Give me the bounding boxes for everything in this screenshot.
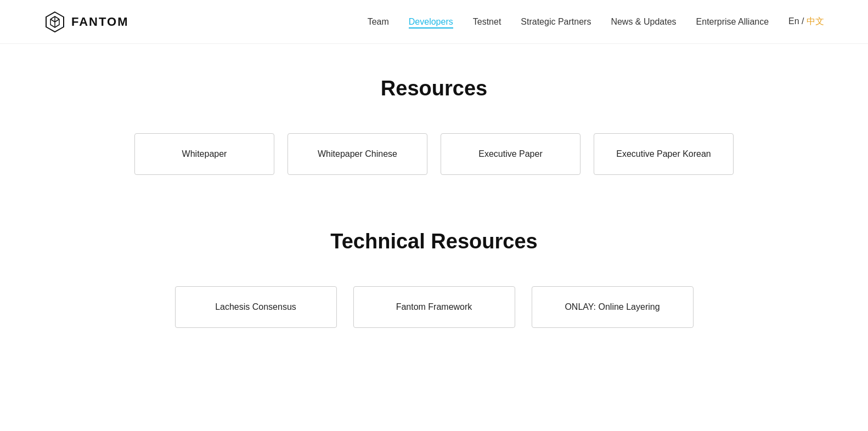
lang-en[interactable]: En — [788, 16, 799, 26]
nav-link-team[interactable]: Team — [368, 17, 389, 26]
language-switcher[interactable]: En / 中文 — [788, 16, 824, 27]
nav-link-news-updates[interactable]: News & Updates — [611, 17, 676, 26]
navbar: FANTOM Team Developers Testnet Strategic… — [0, 0, 868, 44]
fantom-framework-card[interactable]: Fantom Framework — [353, 286, 515, 328]
lang-zh[interactable]: 中文 — [807, 16, 824, 26]
svg-line-3 — [55, 19, 59, 22]
nav-links: Team Developers Testnet Strategic Partne… — [368, 17, 769, 27]
whitepaper-chinese-card[interactable]: Whitepaper Chinese — [288, 133, 427, 175]
nav-link-enterprise-alliance[interactable]: Enterprise Alliance — [696, 17, 769, 26]
nav-link-strategic-partners[interactable]: Strategic Partners — [521, 17, 591, 26]
nav-item-developers[interactable]: Developers — [409, 17, 453, 27]
resources-title: Resources — [44, 77, 824, 100]
logo-text: FANTOM — [71, 15, 128, 29]
technical-resources-section: Technical Resources Lachesis Consensus F… — [44, 230, 824, 328]
svg-line-2 — [50, 19, 55, 22]
nav-link-testnet[interactable]: Testnet — [473, 17, 501, 26]
onlay-card[interactable]: ONLAY: Online Layering — [532, 286, 694, 328]
whitepaper-card[interactable]: Whitepaper — [134, 133, 274, 175]
lachesis-consensus-card[interactable]: Lachesis Consensus — [175, 286, 337, 328]
executive-paper-card[interactable]: Executive Paper — [441, 133, 580, 175]
nav-item-strategic-partners[interactable]: Strategic Partners — [521, 17, 591, 27]
nav-item-team[interactable]: Team — [368, 17, 389, 27]
executive-paper-korean-card[interactable]: Executive Paper Korean — [594, 133, 734, 175]
resources-grid: Whitepaper Whitepaper Chinese Executive … — [44, 133, 824, 175]
nav-item-news-updates[interactable]: News & Updates — [611, 17, 676, 27]
nav-link-developers[interactable]: Developers — [409, 17, 453, 29]
lang-separator: / — [799, 16, 807, 26]
main-content: Resources Whitepaper Whitepaper Chinese … — [0, 44, 868, 372]
tech-resources-grid: Lachesis Consensus Fantom Framework ONLA… — [44, 286, 824, 328]
nav-item-testnet[interactable]: Testnet — [473, 17, 501, 27]
logo[interactable]: FANTOM — [44, 11, 128, 33]
nav-item-enterprise-alliance[interactable]: Enterprise Alliance — [696, 17, 769, 27]
technical-resources-title: Technical Resources — [44, 230, 824, 253]
logo-icon — [44, 11, 66, 33]
resources-section: Resources Whitepaper Whitepaper Chinese … — [44, 77, 824, 175]
